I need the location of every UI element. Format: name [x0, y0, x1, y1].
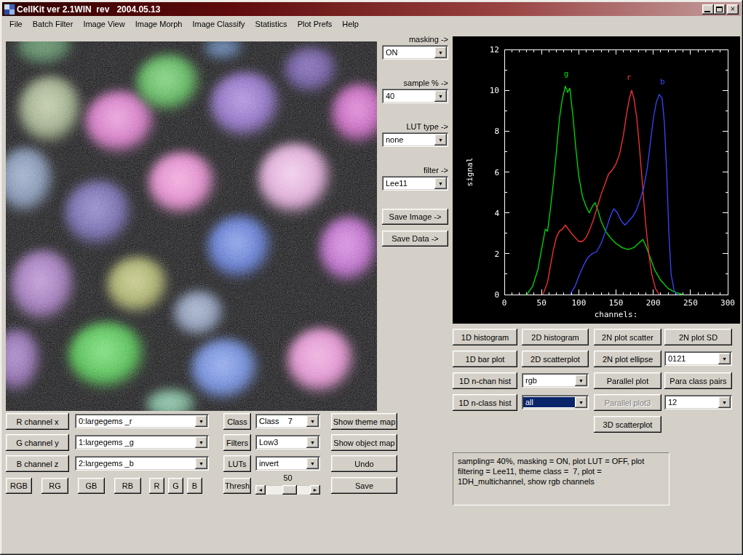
pair-code-value: 0121	[664, 354, 718, 363]
svg-text:150: 150	[609, 298, 624, 308]
svg-text:12: 12	[490, 45, 499, 55]
filter-label: filter ->	[368, 166, 448, 175]
save-data-button[interactable]: Save Data ->	[382, 231, 448, 247]
r-channel-x-button[interactable]: R channel x	[6, 413, 69, 430]
thresh-scrollbar-track[interactable]	[266, 485, 310, 495]
rb-combo-button[interactable]: RB	[114, 478, 141, 494]
plot-2n-sd-button[interactable]: 2N plot SD	[664, 329, 732, 345]
filter-select[interactable]: Lee11 ▼	[382, 176, 448, 191]
menu-file[interactable]: File	[4, 18, 28, 30]
svg-text:50: 50	[537, 298, 547, 308]
menu-plot-prefs[interactable]: Plot Prefs	[293, 18, 338, 30]
g-channel-y-button[interactable]: G channel y	[6, 434, 69, 451]
menu-batch-filter[interactable]: Batch Filter	[28, 18, 79, 30]
chevron-down-icon[interactable]: ▼	[195, 457, 207, 469]
undo-button[interactable]: Undo	[331, 455, 397, 472]
svg-text:2: 2	[494, 249, 499, 259]
save-button[interactable]: Save	[331, 477, 397, 494]
scroll-left-arrow-icon[interactable]: ◄	[255, 485, 266, 495]
chevron-down-icon[interactable]: ▼	[306, 415, 319, 427]
chevron-down-icon[interactable]: ▼	[434, 177, 447, 189]
minimize-icon	[704, 11, 710, 12]
masking-select[interactable]: ON ▼	[382, 45, 448, 60]
plot3-count-value: 12	[664, 398, 718, 407]
b-only-button[interactable]: B	[187, 478, 202, 494]
channel-mode-select[interactable]: rgb ▼	[522, 373, 589, 388]
class-select[interactable]: Class 7 ▼	[255, 414, 320, 428]
save-image-button[interactable]: Save Image ->	[382, 209, 448, 225]
class-select-value: Class 7	[255, 417, 306, 425]
rgb-combo-button[interactable]: RGB	[6, 478, 32, 494]
svg-text:0: 0	[502, 298, 507, 308]
chevron-down-icon[interactable]: ▼	[575, 396, 587, 408]
chevron-down-icon[interactable]: ▼	[306, 457, 319, 469]
plot-1d-nchan-hist-button[interactable]: 1D n-chan hist	[453, 372, 517, 389]
plot-2n-scatter-button[interactable]: 2N plot scatter	[594, 329, 661, 345]
status-box: sampling= 40%, masking = ON, plot LUT = …	[453, 452, 670, 505]
svg-text:200: 200	[646, 298, 661, 308]
menu-help[interactable]: Help	[337, 18, 364, 30]
thresh-slider-thumb[interactable]	[282, 485, 297, 495]
b-channel-select[interactable]: 2:largegems _b ▼	[75, 456, 209, 471]
scroll-right-arrow-icon[interactable]: ►	[310, 485, 320, 495]
chevron-down-icon[interactable]: ▼	[575, 375, 587, 386]
plot3-count-select[interactable]: 12 ▼	[664, 395, 732, 409]
lut-type-select[interactable]: none ▼	[382, 132, 448, 147]
luts-select-value: invert	[255, 459, 306, 468]
b-channel-z-button[interactable]: B channel z	[6, 455, 69, 472]
chevron-down-icon[interactable]: ▼	[306, 436, 319, 448]
r-only-button[interactable]: R	[149, 478, 164, 494]
chevron-down-icon[interactable]: ▼	[434, 47, 447, 58]
plot-2d-histogram-button[interactable]: 2D histogram	[522, 329, 589, 345]
rg-combo-button[interactable]: RG	[41, 478, 68, 494]
chevron-down-icon[interactable]: ▼	[434, 90, 447, 102]
plot-1d-histogram-button[interactable]: 1D histogram	[453, 329, 517, 345]
gb-combo-button[interactable]: GB	[78, 478, 105, 494]
sample-percent-select[interactable]: 40 ▼	[382, 89, 448, 103]
maximize-button[interactable]	[714, 4, 726, 15]
chevron-down-icon[interactable]: ▼	[195, 436, 207, 448]
parallel-plot-button[interactable]: Parallel plot	[594, 372, 661, 389]
masking-select-value: ON	[382, 48, 434, 57]
chevron-down-icon[interactable]: ▼	[718, 353, 731, 364]
svg-text:0: 0	[494, 290, 499, 300]
chevron-down-icon[interactable]: ▼	[718, 396, 731, 408]
plot-3d-scatterplot-button[interactable]: 3D scatterplot	[594, 416, 661, 433]
show-theme-map-button[interactable]: Show theme map	[331, 413, 397, 430]
b-channel-value: 2:largegems _b	[75, 459, 195, 468]
titlebar: CellKit ver 2.1WIN rev 2004.05.13 ×	[2, 2, 741, 16]
thresh-scrollbar[interactable]: ◄ ►	[255, 485, 320, 495]
show-object-map-button[interactable]: Show object map	[331, 434, 397, 451]
lut-type-value: none	[382, 135, 434, 144]
plot-2n-ellipse-button[interactable]: 2N plot ellipse	[594, 351, 661, 367]
class-button[interactable]: Class	[223, 413, 251, 430]
menu-image-classify[interactable]: Image Classify	[187, 18, 250, 30]
r-channel-value: 0:largegems _r	[75, 417, 195, 425]
g-only-button[interactable]: G	[168, 478, 183, 494]
svg-text:r: r	[627, 73, 632, 82]
pair-code-select[interactable]: 0121 ▼	[664, 351, 732, 366]
menu-image-view[interactable]: Image View	[78, 18, 130, 30]
g-channel-select[interactable]: 1:largegems _g ▼	[75, 435, 209, 449]
sample-label: sample % ->	[368, 79, 448, 87]
cell-image-display[interactable]	[6, 41, 377, 411]
luts-select[interactable]: invert ▼	[255, 456, 320, 471]
minimize-button[interactable]	[702, 4, 714, 15]
menu-image-morph[interactable]: Image Morph	[130, 18, 188, 30]
filters-button[interactable]: Filters	[223, 434, 251, 451]
luts-button[interactable]: LUTs	[223, 455, 251, 472]
menu-statistics[interactable]: Statistics	[250, 18, 293, 30]
chevron-down-icon[interactable]: ▼	[434, 134, 447, 145]
chevron-down-icon[interactable]: ▼	[195, 415, 207, 427]
svg-text:b: b	[660, 77, 665, 87]
r-channel-select[interactable]: 0:largegems _r ▼	[75, 414, 209, 428]
class-filter-select[interactable]: all ▼	[522, 395, 589, 409]
para-class-pairs-button[interactable]: Para class pairs	[664, 372, 732, 389]
thresh-button[interactable]: Thresh	[223, 478, 251, 494]
close-button[interactable]: ×	[727, 4, 739, 15]
plot-1d-bar-button[interactable]: 1D bar plot	[453, 351, 517, 367]
filter-select-value: Lee11	[382, 179, 434, 188]
plot-2d-scatterplot-button[interactable]: 2D scatterplot	[522, 351, 589, 367]
filters-select[interactable]: Low3 ▼	[255, 435, 320, 449]
plot-1d-nclass-hist-button[interactable]: 1D n-class hist	[453, 394, 517, 411]
